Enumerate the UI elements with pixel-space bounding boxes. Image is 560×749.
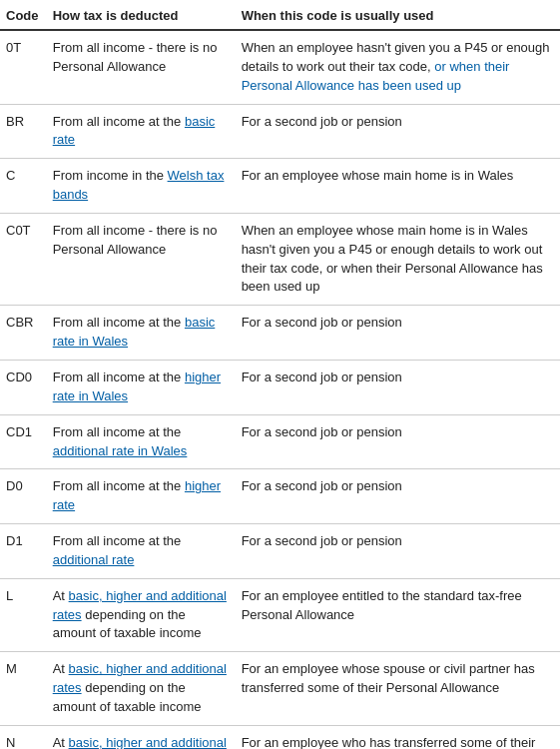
when-cell: For an employee whose main home is in Wa… — [236, 159, 560, 214]
highlight-text: or when their Personal Allowance has bee… — [242, 59, 510, 93]
table-row: NAt basic, higher and additional rates d… — [0, 725, 560, 749]
code-cell: D1 — [0, 524, 47, 579]
table-row: C0TFrom all income - there is no Persona… — [0, 213, 560, 305]
how-link[interactable]: basic, higher and additional rates — [53, 588, 227, 622]
how-cell: From all income at the basic rate in Wal… — [47, 306, 236, 361]
when-cell: For a second job or pension — [236, 306, 560, 361]
how-link[interactable]: basic rate — [53, 114, 216, 148]
table-row: CFrom income in the Welsh tax bandsFor a… — [0, 159, 560, 214]
when-cell: For a second job or pension — [236, 414, 560, 469]
when-cell: For a second job or pension — [236, 360, 560, 414]
when-cell: For an employee entitled to the standard… — [236, 578, 560, 652]
code-cell: D0 — [0, 469, 47, 524]
code-cell: 0T — [0, 30, 47, 104]
how-link[interactable]: additional rate in Wales — [53, 443, 188, 458]
table-row: CD1From all income at the additional rat… — [0, 414, 560, 469]
code-cell: CD0 — [0, 360, 47, 414]
code-cell: CD1 — [0, 414, 47, 469]
how-cell: At basic, higher and additional rates de… — [47, 725, 236, 749]
how-cell: From all income - there is no Personal A… — [47, 30, 236, 104]
code-cell: C0T — [0, 213, 47, 305]
how-link[interactable]: Welsh tax bands — [53, 168, 225, 202]
how-link[interactable]: higher rate — [53, 478, 221, 512]
how-cell: From income in the Welsh tax bands — [47, 159, 236, 214]
how-cell: From all income at the basic rate — [47, 104, 236, 159]
table-row: D1From all income at the additional rate… — [0, 524, 560, 579]
table-row: CBRFrom all income at the basic rate in … — [0, 306, 560, 361]
col-header-when: When this code is usually used — [236, 0, 560, 30]
how-cell: From all income at the additional rate i… — [47, 414, 236, 469]
how-link[interactable]: additional rate — [53, 552, 135, 567]
table-row: BRFrom all income at the basic rateFor a… — [0, 104, 560, 159]
when-cell: For a second job or pension — [236, 104, 560, 159]
how-link[interactable]: basic, higher and additional rates — [53, 735, 227, 749]
table-header-row: Code How tax is deducted When this code … — [0, 0, 560, 30]
when-cell: For a second job or pension — [236, 524, 560, 579]
when-cell: For an employee whose spouse or civil pa… — [236, 652, 560, 726]
how-link[interactable]: basic, higher and additional rates — [53, 661, 227, 695]
how-link[interactable]: basic rate in Wales — [53, 315, 216, 349]
table-row: 0TFrom all income - there is no Personal… — [0, 30, 560, 104]
code-cell: M — [0, 652, 47, 726]
col-header-code: Code — [0, 0, 47, 30]
tax-codes-table: Code How tax is deducted When this code … — [0, 0, 560, 749]
how-cell: At basic, higher and additional rates de… — [47, 652, 236, 726]
code-cell: CBR — [0, 306, 47, 361]
table-row: CD0From all income at the higher rate in… — [0, 360, 560, 414]
how-cell: At basic, higher and additional rates de… — [47, 578, 236, 652]
table-row: D0From all income at the higher rateFor … — [0, 469, 560, 524]
when-cell: For a second job or pension — [236, 469, 560, 524]
col-header-how: How tax is deducted — [47, 0, 236, 30]
how-cell: From all income at the higher rate in Wa… — [47, 360, 236, 414]
code-cell: L — [0, 578, 47, 652]
when-cell: When an employee hasn't given you a P45 … — [236, 30, 560, 104]
when-cell: When an employee whose main home is in W… — [236, 213, 560, 305]
code-cell: BR — [0, 104, 47, 159]
table-row: MAt basic, higher and additional rates d… — [0, 652, 560, 726]
table-row: LAt basic, higher and additional rates d… — [0, 578, 560, 652]
when-cell: For an employee who has transferred some… — [236, 725, 560, 749]
code-cell: N — [0, 725, 47, 749]
code-cell: C — [0, 159, 47, 214]
how-cell: From all income at the additional rate — [47, 524, 236, 579]
how-cell: From all income - there is no Personal A… — [47, 213, 236, 305]
how-cell: From all income at the higher rate — [47, 469, 236, 524]
how-link[interactable]: higher rate in Wales — [53, 370, 221, 403]
